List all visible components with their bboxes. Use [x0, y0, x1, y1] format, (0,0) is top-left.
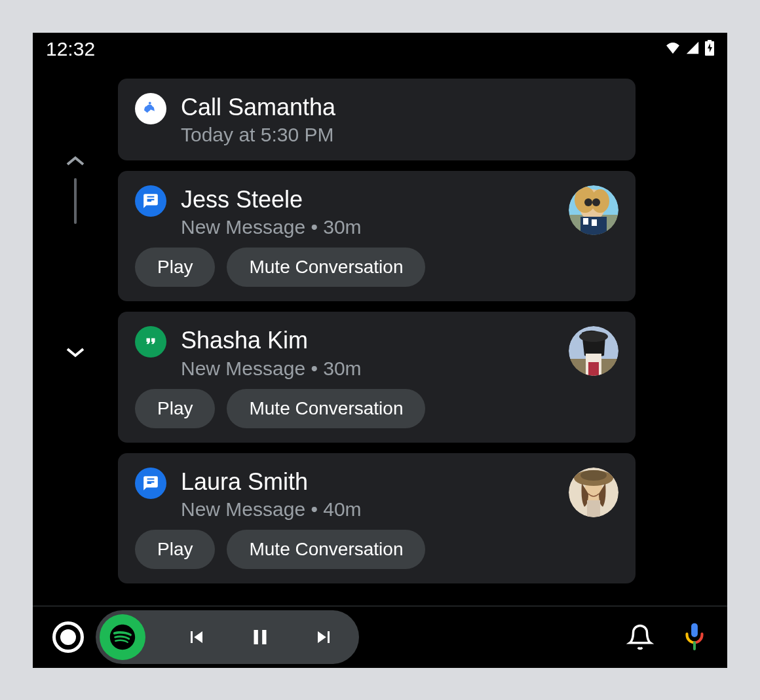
svg-rect-18: [588, 362, 599, 376]
card-title: Laura Smith: [181, 468, 554, 496]
hangouts-icon: [135, 326, 166, 358]
contact-avatar: [569, 468, 618, 517]
mute-button[interactable]: Mute Conversation: [227, 389, 425, 428]
mute-button[interactable]: Mute Conversation: [227, 248, 425, 287]
messages-icon: [135, 468, 166, 499]
svg-point-16: [579, 331, 608, 342]
svg-point-23: [580, 470, 607, 481]
card-title: Jess Steele: [181, 185, 554, 213]
messages-icon: [135, 185, 166, 217]
svg-rect-10: [583, 218, 588, 225]
contact-avatar: [569, 326, 618, 376]
scroll-indicator: [74, 178, 77, 224]
svg-rect-24: [587, 500, 600, 517]
notification-card-message[interactable]: Laura Smith New Message • 40m: [118, 453, 636, 583]
card-title: Call Samantha: [181, 93, 618, 121]
card-subtitle: Today at 5:30 PM: [181, 124, 618, 146]
svg-rect-25: [691, 623, 698, 637]
nav-bar: [33, 606, 727, 668]
scroll-down-button[interactable]: [66, 342, 85, 363]
wifi-icon: [666, 42, 680, 56]
svg-point-8: [592, 198, 600, 206]
status-time: 12:32: [46, 38, 95, 60]
launcher-button[interactable]: [52, 621, 84, 653]
card-subtitle: New Message • 40m: [181, 498, 554, 521]
next-track-button[interactable]: [312, 625, 335, 649]
notification-card-reminder[interactable]: Call Samantha Today at 5:30 PM: [118, 79, 636, 160]
media-controls: [96, 610, 359, 664]
voice-assistant-button[interactable]: [681, 622, 708, 652]
mute-button[interactable]: Mute Conversation: [227, 530, 425, 569]
svg-rect-11: [592, 219, 597, 226]
card-subtitle: New Message • 30m: [181, 358, 554, 380]
notification-card-message[interactable]: Jess Steele New Message • 30m: [118, 171, 636, 301]
screen: 12:32: [33, 33, 727, 668]
reminder-icon: [135, 93, 166, 124]
previous-track-button[interactable]: [185, 625, 208, 649]
play-button[interactable]: Play: [135, 248, 215, 287]
scroll-rail: [33, 65, 118, 606]
main-area: Call Samantha Today at 5:30 PM Jess Stee…: [33, 65, 727, 606]
contact-avatar: [569, 185, 618, 235]
battery-icon: [705, 40, 714, 58]
notification-list: Call Samantha Today at 5:30 PM Jess Stee…: [118, 65, 727, 606]
status-icons: [666, 40, 714, 58]
play-button[interactable]: Play: [135, 389, 215, 428]
card-subtitle: New Message • 30m: [181, 216, 554, 238]
card-title: Shasha Kim: [181, 326, 554, 354]
notification-card-message[interactable]: Shasha Kim New Message • 30m: [118, 312, 636, 442]
spotify-icon[interactable]: [100, 614, 145, 660]
play-button[interactable]: Play: [135, 530, 215, 569]
pause-button[interactable]: [248, 625, 273, 650]
notifications-button[interactable]: [626, 623, 654, 651]
svg-point-7: [584, 198, 592, 206]
status-bar: 12:32: [33, 33, 727, 65]
scroll-up-button[interactable]: [66, 151, 85, 172]
svg-point-0: [149, 101, 151, 104]
cellular-icon: [685, 41, 700, 58]
